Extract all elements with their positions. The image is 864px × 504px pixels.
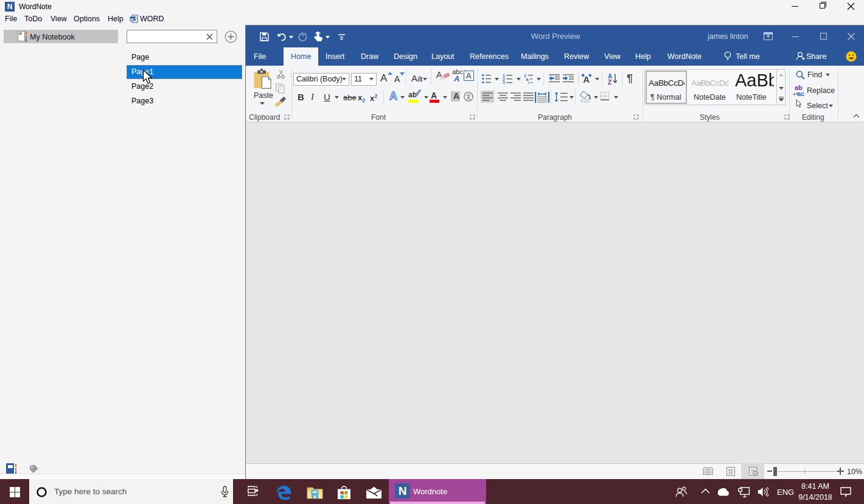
svg-text:w: w	[130, 17, 134, 21]
svg-text:3: 3	[503, 81, 505, 84]
svg-text:Z: Z	[608, 79, 611, 85]
svg-text:i: i	[528, 81, 529, 84]
